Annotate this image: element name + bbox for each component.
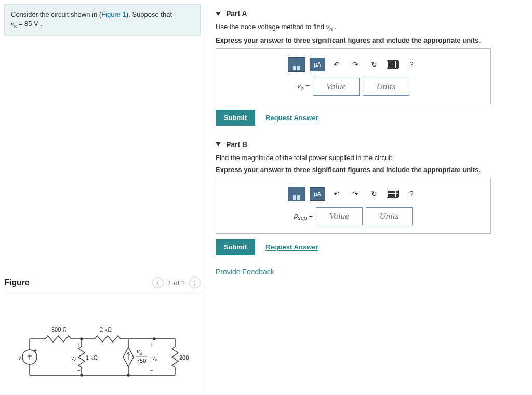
part-a-submit-button[interactable]: Submit: [216, 110, 255, 126]
undo-icon[interactable]: ↶: [329, 58, 344, 71]
figure-title: Figure: [4, 278, 30, 287]
part-a-request-answer-link[interactable]: Request Answer: [265, 114, 318, 122]
figure-header: Figure 〈 1 of 1 〉: [4, 274, 201, 292]
svg-text:+: +: [77, 342, 81, 348]
part-a-value-input[interactable]: [313, 78, 360, 96]
part-a-units-input[interactable]: [363, 78, 409, 96]
svg-text:+: +: [34, 348, 37, 353]
svg-point-20: [153, 338, 155, 340]
part-a-header[interactable]: Part A: [216, 9, 522, 18]
svg-point-17: [81, 338, 83, 340]
svg-text:+: +: [150, 342, 153, 348]
circuit-diagram: vₛ + − 500 Ω 1 kΩ vΔ +: [14, 318, 191, 391]
keyboard-icon[interactable]: [385, 187, 400, 201]
svg-text:−: −: [150, 367, 153, 373]
figure-nav-label: 1 of 1: [168, 279, 185, 287]
mu-a-button[interactable]: μA: [310, 58, 325, 71]
collapse-icon: [216, 142, 221, 146]
keyboard-icon[interactable]: [385, 58, 400, 71]
problem-text-2: ). Suppose that: [126, 10, 172, 18]
part-b-submit-button[interactable]: Submit: [216, 239, 255, 255]
figure-body: vₛ + − 500 Ω 1 kΩ vΔ +: [4, 292, 201, 391]
redo-icon[interactable]: ↷: [348, 58, 363, 71]
svg-text:vΔ: vΔ: [71, 354, 77, 362]
problem-text-1: Consider the circuit shown in (: [11, 10, 101, 18]
undo-icon[interactable]: ↶: [329, 187, 344, 201]
vs-rest: = 85 V .: [17, 20, 42, 28]
reset-icon[interactable]: ↻: [367, 187, 381, 201]
svg-text:vo: vo: [152, 354, 158, 362]
reset-icon[interactable]: ↻: [367, 58, 381, 71]
figure-link[interactable]: Figure 1: [101, 10, 126, 18]
svg-text:−: −: [34, 360, 37, 366]
problem-statement: Consider the circuit shown in (Figure 1)…: [4, 4, 201, 36]
figure-nav: 〈 1 of 1 〉: [152, 277, 201, 288]
svg-text:750: 750: [137, 358, 146, 364]
part-b-instruction: Find the magnitude of the total power su…: [216, 154, 522, 162]
figure-next-button[interactable]: 〉: [189, 277, 201, 288]
part-b-request-answer-link[interactable]: Request Answer: [265, 243, 318, 251]
part-b-header[interactable]: Part B: [216, 140, 522, 149]
part-a-instruction: Use the node voltage method to find vo .: [216, 23, 522, 32]
part-b-units-input[interactable]: [366, 207, 413, 225]
svg-text:2 kΩ: 2 kΩ: [100, 326, 112, 333]
collapse-icon: [216, 12, 221, 16]
part-a-answer-box: μA ↶ ↷ ↻ ? vo =: [216, 48, 491, 104]
template-icon[interactable]: [288, 187, 305, 201]
help-icon[interactable]: ?: [404, 187, 419, 201]
template-icon[interactable]: [288, 57, 305, 72]
part-a-var-label: vo =: [297, 82, 310, 91]
redo-icon[interactable]: ↷: [348, 187, 363, 201]
figure-prev-button[interactable]: 〈: [152, 277, 164, 288]
help-icon[interactable]: ?: [404, 58, 419, 71]
answer-toolbar: μA ↶ ↷ ↻ ?: [224, 187, 482, 201]
part-b-var-label: psup =: [294, 212, 313, 221]
provide-feedback-link[interactable]: Provide Feedback: [216, 268, 522, 276]
mu-a-button[interactable]: μA: [310, 187, 325, 201]
svg-text:vΔ: vΔ: [137, 348, 142, 356]
svg-point-18: [81, 374, 83, 376]
part-b-value-input[interactable]: [316, 207, 363, 225]
part-a-bold: Express your answer to three significant…: [216, 36, 522, 44]
svg-text:500 Ω: 500 Ω: [51, 326, 67, 333]
svg-text:−: −: [77, 367, 81, 373]
svg-text:200 Ω: 200 Ω: [179, 354, 191, 361]
svg-text:vₛ: vₛ: [18, 354, 24, 361]
part-b-title: Part B: [226, 140, 247, 149]
part-a-title: Part A: [226, 9, 247, 18]
svg-text:1 kΩ: 1 kΩ: [86, 354, 98, 361]
svg-point-19: [127, 374, 129, 376]
answer-toolbar: μA ↶ ↷ ↻ ?: [224, 57, 482, 72]
part-b-answer-box: μA ↶ ↷ ↻ ? psup =: [216, 178, 491, 234]
part-b-bold: Express your answer to three significant…: [216, 166, 522, 174]
